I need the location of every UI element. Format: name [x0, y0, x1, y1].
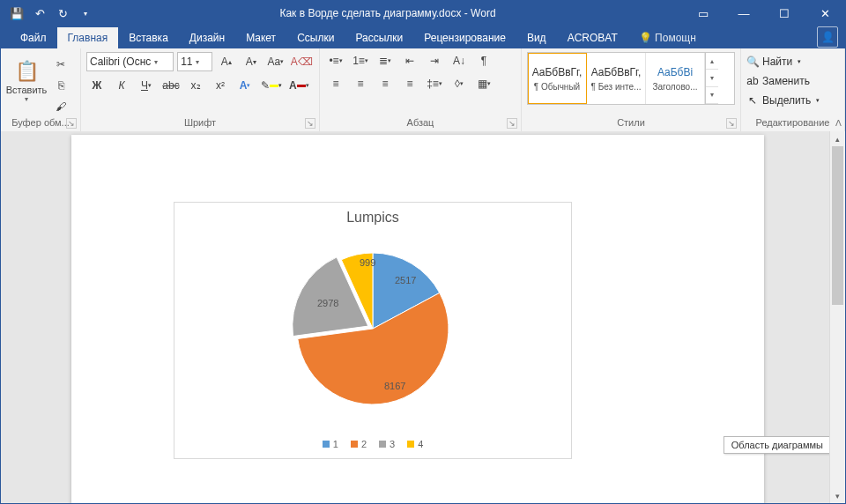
- chart-title[interactable]: Lumpics: [174, 203, 571, 226]
- tab-mailings[interactable]: Рассылки: [345, 27, 413, 48]
- tellme-label: Помощн: [655, 32, 696, 44]
- minimize-icon[interactable]: —: [724, 1, 764, 26]
- find-icon: 🔍: [746, 56, 759, 68]
- multilevel-icon[interactable]: ≣▾: [375, 52, 396, 70]
- strike-icon[interactable]: abc: [160, 77, 182, 94]
- align-center-icon[interactable]: ≡: [350, 75, 371, 93]
- qat-dropdown-icon[interactable]: ▾: [78, 6, 93, 20]
- data-label-2: 8167: [384, 381, 405, 391]
- italic-icon[interactable]: К: [111, 77, 132, 94]
- show-marks-icon[interactable]: ¶: [473, 52, 494, 70]
- collapse-ribbon-icon[interactable]: ᐱ: [835, 118, 842, 128]
- subscript-icon[interactable]: x₂: [185, 77, 206, 94]
- find-button[interactable]: 🔍Найти▾: [746, 52, 839, 71]
- group-editing: 🔍Найти▾ abЗаменить ↖Выделить▾ Редактиров…: [741, 48, 845, 131]
- close-icon[interactable]: ✕: [805, 1, 845, 26]
- font-size-value: 11: [181, 56, 192, 68]
- font-color-icon[interactable]: A▾: [287, 77, 311, 94]
- tab-references[interactable]: Ссылки: [286, 27, 345, 48]
- chart-legend[interactable]: 1 2 3 4: [174, 439, 571, 449]
- underline-icon[interactable]: Ч▾: [136, 77, 157, 94]
- page[interactable]: Lumpics 2517 8167 2978 999 1 2 3 4 📋 (Ct…: [71, 135, 764, 503]
- align-right-icon[interactable]: ≡: [375, 75, 396, 93]
- style-heading1[interactable]: АаБбВіЗаголово...: [646, 53, 705, 104]
- format-painter-icon[interactable]: 🖌: [50, 98, 71, 115]
- cut-icon[interactable]: ✂: [50, 56, 71, 73]
- highlight-icon[interactable]: ✎▾: [259, 77, 284, 94]
- paste-label: Вставить: [6, 85, 48, 95]
- document-title: Как в Ворде сделать диаграмму.docx - Wor…: [93, 7, 683, 19]
- text-effects-icon[interactable]: A▾: [234, 77, 256, 94]
- group-font: Calibri (Оснс▾ 11▾ A▴ A▾ Aa▾ A⌫ Ж К Ч▾ a…: [81, 48, 320, 131]
- line-spacing-icon[interactable]: ‡≡▾: [424, 75, 445, 93]
- tab-acrobat[interactable]: ACROBAT: [557, 27, 628, 48]
- tab-design[interactable]: Дизайн: [179, 27, 235, 48]
- pie-chart[interactable]: [293, 248, 453, 409]
- font-launcher-icon[interactable]: ↘: [305, 118, 315, 129]
- select-button[interactable]: ↖Выделить▾: [746, 91, 839, 110]
- select-icon: ↖: [746, 94, 759, 107]
- styles-gallery[interactable]: АаБбВвГг,¶ Обычный АаБбВвГг,¶ Без инте..…: [527, 52, 735, 105]
- scroll-up-icon[interactable]: ▴: [830, 131, 845, 146]
- group-clipboard: 📋 Вставить ▾ ✂ ⎘ 🖌 Буфер обм... ↘: [1, 48, 81, 131]
- align-left-icon[interactable]: ≡: [325, 75, 346, 93]
- bold-icon[interactable]: Ж: [86, 77, 108, 94]
- change-case-icon[interactable]: Aa▾: [265, 53, 286, 70]
- clear-format-icon[interactable]: A⌫: [290, 53, 314, 70]
- ribbon-display-icon[interactable]: ▭: [683, 1, 724, 26]
- chart-area[interactable]: Lumpics 2517 8167 2978 999 1 2 3 4: [174, 202, 572, 459]
- data-label-1: 2517: [395, 275, 416, 285]
- superscript-icon[interactable]: x²: [210, 77, 231, 94]
- font-name-combo[interactable]: Calibri (Оснс▾: [86, 52, 174, 71]
- styles-launcher-icon[interactable]: ↘: [726, 118, 737, 129]
- style-normal[interactable]: АаБбВвГг,¶ Обычный: [528, 53, 587, 104]
- tab-tellme[interactable]: 💡 Помощн: [628, 27, 707, 48]
- share-icon[interactable]: 👤: [817, 26, 838, 48]
- tab-review[interactable]: Рецензирование: [413, 27, 516, 48]
- group-styles-title: Стили: [527, 117, 735, 130]
- legend-swatch-4: [407, 441, 414, 448]
- data-label-3: 2978: [317, 298, 338, 308]
- group-paragraph: •≡▾ 1≡▾ ≣▾ ⇤ ⇥ A↓ ¶ ≡ ≡ ≡ ≡ ‡≡▾ ◊▾ ▦▾: [320, 48, 522, 131]
- tab-file[interactable]: Файл: [10, 27, 57, 48]
- justify-icon[interactable]: ≡: [399, 75, 420, 93]
- tab-insert[interactable]: Вставка: [118, 27, 179, 48]
- replace-button[interactable]: abЗаменить: [746, 71, 839, 91]
- legend-swatch-1: [323, 441, 330, 448]
- style-nospacing[interactable]: АаБбВвГг,¶ Без инте...: [587, 53, 646, 104]
- paste-button[interactable]: 📋 Вставить ▾: [6, 52, 47, 110]
- sort-icon[interactable]: A↓: [449, 52, 470, 70]
- shading-icon[interactable]: ◊▾: [449, 75, 470, 93]
- group-styles: АаБбВвГг,¶ Обычный АаБбВвГг,¶ Без инте..…: [522, 48, 741, 131]
- styles-more-icon[interactable]: ▴▾▾: [705, 53, 718, 104]
- legend-swatch-2: [351, 441, 358, 448]
- font-name-value: Calibri (Оснс: [90, 56, 151, 68]
- bullets-icon[interactable]: •≡▾: [325, 52, 346, 70]
- maximize-icon[interactable]: ☐: [764, 1, 805, 26]
- data-label-4: 999: [360, 257, 375, 268]
- numbering-icon[interactable]: 1≡▾: [350, 52, 371, 70]
- clipboard-launcher-icon[interactable]: ↘: [66, 118, 77, 129]
- scroll-down-icon[interactable]: ▾: [830, 488, 845, 503]
- tab-home[interactable]: Главная: [57, 27, 119, 48]
- tab-layout[interactable]: Макет: [235, 27, 286, 48]
- shrink-font-icon[interactable]: A▾: [241, 53, 262, 70]
- chart-tooltip: Область диаграммы: [724, 436, 831, 454]
- vertical-scrollbar[interactable]: ▴ ▾: [829, 131, 845, 503]
- borders-icon[interactable]: ▦▾: [473, 75, 494, 93]
- title-bar: 💾 ↶ ↻ ▾ Как в Ворде сделать диаграмму.do…: [1, 1, 845, 26]
- decrease-indent-icon[interactable]: ⇤: [399, 52, 420, 70]
- redo-icon[interactable]: ↻: [56, 6, 70, 20]
- undo-icon[interactable]: ↶: [33, 6, 47, 20]
- save-icon[interactable]: 💾: [10, 6, 24, 20]
- replace-icon: ab: [746, 75, 759, 87]
- increase-indent-icon[interactable]: ⇥: [424, 52, 445, 70]
- grow-font-icon[interactable]: A▴: [216, 53, 237, 70]
- group-clipboard-title: Буфер обм...: [6, 117, 75, 130]
- paragraph-launcher-icon[interactable]: ↘: [507, 118, 517, 129]
- font-size-combo[interactable]: 11▾: [177, 52, 212, 71]
- copy-icon[interactable]: ⎘: [50, 77, 71, 94]
- tab-view[interactable]: Вид: [516, 27, 557, 48]
- group-font-title: Шрифт: [86, 117, 314, 130]
- scroll-thumb[interactable]: [832, 146, 843, 305]
